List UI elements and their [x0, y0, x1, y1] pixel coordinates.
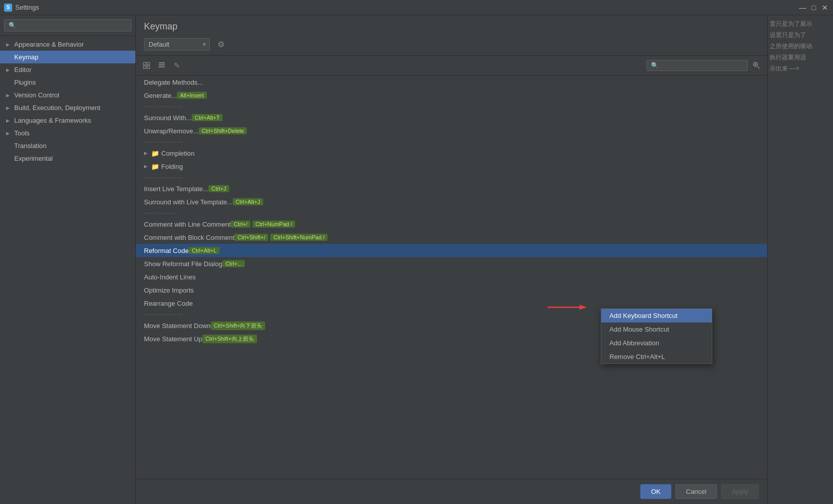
title-bar-controls: — □ ✕ — [799, 4, 829, 12]
row-label: Folding — [161, 163, 183, 170]
row-label: Show Reformat File Dialog — [144, 260, 223, 268]
cancel-button[interactable]: Cancel — [675, 484, 717, 499]
right-panel: 置只是为了展示设置只是为了之所使用的驱动执行器重用适示出来 —> — [767, 15, 833, 504]
row-label: Reformat Code — [144, 247, 189, 255]
context-menu-item-add-abbreviation[interactable]: Add Abbreviation — [601, 336, 712, 350]
sidebar-search-container — [0, 15, 135, 36]
row-label: Insert Live Template... — [144, 185, 208, 193]
keymap-header: Keymap Default ▼ ⚙ — [136, 15, 767, 56]
row-label: Surround with Live Template... — [144, 198, 233, 206]
expand-icon: ▶ — [144, 164, 149, 169]
keymap-row-insert-live[interactable]: Insert Live Template...Ctrl+J — [136, 182, 767, 195]
shortcut-badge: Ctrl+Alt+J — [233, 198, 263, 205]
separator-sep2: ------------- — [136, 137, 767, 147]
shortcut-badge: Ctrl+Shift+向下箭头 — [211, 321, 266, 330]
sidebar-item-editor[interactable]: Editor — [0, 63, 135, 76]
keymap-row-folding[interactable]: ▶📁Folding — [136, 160, 767, 173]
row-shortcuts: Ctrl+Alt+T — [192, 114, 223, 121]
keymap-row-show-reformat[interactable]: Show Reformat File DialogCtrl+... — [136, 257, 767, 270]
row-label: Delegate Methods... — [144, 79, 203, 86]
maximize-button[interactable]: □ — [810, 4, 818, 12]
svg-rect-6 — [159, 62, 165, 63]
context-menu-item-add-mouse[interactable]: Add Mouse Shortcut — [601, 322, 712, 336]
row-label: Optimize Imports — [144, 286, 194, 294]
context-menu-item-add-keyboard[interactable]: Add Keyboard Shortcut — [601, 309, 712, 322]
svg-rect-4 — [159, 64, 165, 65]
expand-all-button[interactable] — [140, 59, 153, 72]
shortcut-badge: Ctrl+... — [223, 260, 245, 267]
row-shortcuts: Ctrl+Shift+/Ctrl+Shift+NumPad / — [234, 234, 328, 241]
row-shortcuts: Ctrl+Alt+L — [189, 247, 220, 254]
title-bar: S Settings — □ ✕ — [0, 0, 833, 15]
minimize-button[interactable]: — — [799, 4, 807, 12]
row-label: Completion — [161, 150, 195, 157]
keymap-row-reformat-code[interactable]: Reformat CodeCtrl+Alt+L — [136, 244, 767, 257]
bottom-bar: OK Cancel Apply — [136, 479, 767, 504]
keymap-row-surround-live[interactable]: Surround with Live Template...Ctrl+Alt+J — [136, 195, 767, 208]
title-bar-text: Settings — [15, 4, 799, 11]
separator-sep1: ------------- — [136, 102, 767, 111]
sidebar-item-plugins[interactable]: Plugins — [0, 76, 135, 89]
separator-sep4: ----------- — [136, 208, 767, 218]
scheme-select-wrapper: Default ▼ — [144, 38, 210, 51]
right-panel-text: 示出来 —> — [770, 64, 831, 73]
keymap-row-surround-with[interactable]: Surround With...Ctrl+Alt+T — [136, 111, 767, 124]
keymap-row-delegate-methods[interactable]: Delegate Methods... — [136, 76, 767, 89]
keymap-search-input[interactable] — [646, 60, 748, 71]
keymap-row-completion[interactable]: ▶📁Completion — [136, 147, 767, 160]
row-label: Surround With... — [144, 114, 192, 122]
shortcut-badge: Ctrl+Alt+T — [192, 114, 223, 121]
expand-icon: ▶ — [144, 151, 149, 156]
apply-button[interactable]: Apply — [721, 484, 759, 499]
close-button[interactable]: ✕ — [821, 4, 829, 12]
shortcut-badge: Ctrl+Shift+/ — [234, 234, 268, 241]
sidebar-item-languages[interactable]: Languages & Frameworks — [0, 114, 135, 127]
ok-button[interactable]: OK — [640, 484, 671, 499]
row-shortcuts: Ctrl+Shift+Delete — [199, 127, 247, 134]
find-action-button[interactable] — [750, 59, 763, 72]
keymap-row-unwrap[interactable]: Unwrap/Remove...Ctrl+Shift+Delete — [136, 124, 767, 137]
row-label: Move Statement Up — [144, 335, 202, 343]
right-panel-text: 之所使用的驱动 — [770, 42, 831, 51]
row-label: Rearrange Code — [144, 300, 193, 307]
shortcut-badge: Alt+Insert — [177, 92, 207, 99]
sidebar-item-translation[interactable]: Translation — [0, 139, 135, 152]
sidebar-item-version-control[interactable]: Version Control — [0, 89, 135, 101]
row-label: Comment with Block Comment — [144, 234, 234, 241]
context-menu-item-remove-ctrl[interactable]: Remove Ctrl+Alt+L — [601, 350, 712, 364]
keymap-row-comment-block[interactable]: Comment with Block CommentCtrl+Shift+/Ct… — [136, 231, 767, 244]
row-label: Generate... — [144, 92, 177, 99]
row-label: Auto-Indent Lines — [144, 273, 196, 281]
row-label: Unwrap/Remove... — [144, 127, 199, 135]
sidebar-item-tools[interactable]: Tools — [0, 127, 135, 139]
keymap-row-auto-indent[interactable]: Auto-Indent Lines — [136, 270, 767, 283]
sidebar-item-appearance[interactable]: Appearance & Behavior — [0, 38, 135, 51]
keymap-row-comment-line[interactable]: Comment with Line CommentCtrl+/Ctrl+NumP… — [136, 218, 767, 231]
keymap-scheme-select[interactable]: Default — [144, 38, 210, 51]
collapse-all-button[interactable] — [155, 59, 168, 72]
edit-button[interactable]: ✎ — [170, 59, 184, 72]
right-panel-text: 置只是为了展示 — [770, 19, 831, 28]
sidebar-items-list: Appearance & BehaviorKeymapEditorPlugins… — [0, 36, 135, 504]
shortcut-badge: Ctrl+Shift+NumPad / — [270, 234, 328, 241]
toolbar-search — [646, 59, 763, 72]
row-shortcuts: Ctrl+Shift+向上箭头 — [202, 335, 257, 343]
svg-rect-5 — [159, 66, 165, 67]
shortcut-badge: Ctrl+/ — [231, 221, 250, 228]
app-icon: S — [4, 4, 12, 12]
keymap-row-generate[interactable]: Generate...Alt+Insert — [136, 89, 767, 102]
gear-button[interactable]: ⚙ — [214, 37, 228, 51]
row-label: Move Statement Down — [144, 322, 211, 330]
keymap-controls: Default ▼ ⚙ — [144, 37, 759, 51]
shortcut-badge: Ctrl+Alt+L — [189, 247, 220, 254]
keymap-row-optimize-imports[interactable]: Optimize Imports — [136, 283, 767, 297]
row-shortcuts: Ctrl+Shift+向下箭头 — [211, 321, 266, 330]
sidebar-item-build[interactable]: Build, Execution, Deployment — [0, 101, 135, 114]
folder-icon: 📁 — [151, 150, 159, 157]
keymap-list[interactable]: Delegate Methods...Generate...Alt+Insert… — [136, 76, 767, 479]
context-menu: Add Keyboard ShortcutAdd Mouse ShortcutA… — [601, 308, 712, 364]
sidebar-item-experimental[interactable]: Experimental — [0, 152, 135, 165]
sidebar-search-input[interactable] — [4, 19, 131, 31]
shortcut-badge: Ctrl+J — [208, 185, 229, 192]
sidebar-item-keymap[interactable]: Keymap — [0, 51, 135, 63]
